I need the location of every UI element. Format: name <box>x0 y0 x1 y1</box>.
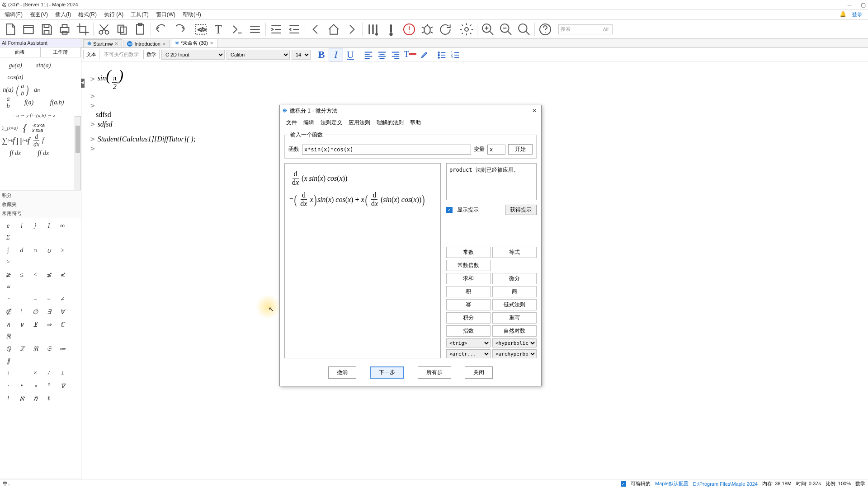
close-button[interactable]: 关闭 <box>465 366 493 379</box>
menu-help[interactable]: 帮助(H) <box>180 10 204 19</box>
size-select[interactable]: 14 <box>292 50 311 60</box>
exec-all-icon[interactable] <box>364 21 382 38</box>
sym[interactable]: • <box>15 380 28 391</box>
sym[interactable]: ≔ <box>56 343 69 354</box>
indent-icon[interactable] <box>268 21 285 38</box>
sym[interactable]: ℤ <box>15 343 28 354</box>
palette-item[interactable]: n(a) <box>2 84 14 95</box>
sym[interactable]: ∧ <box>2 319 14 330</box>
sym[interactable]: ℓ <box>42 393 55 404</box>
sym[interactable]: ≡ <box>42 294 55 305</box>
sym[interactable]: ∪ <box>42 245 55 256</box>
sym[interactable]: ℚ <box>2 343 14 354</box>
exec-icon[interactable] <box>382 21 400 38</box>
align-right-icon[interactable] <box>389 49 402 61</box>
align-center-icon[interactable] <box>376 49 388 61</box>
code-line[interactable]: Student[Calculus1][DiffTutor]( ); <box>98 135 196 143</box>
sym[interactable]: ℝ <box>2 331 14 342</box>
menu-execute[interactable]: 执行 (A) <box>101 10 126 19</box>
dlg-menu-understand[interactable]: 理解的法则 <box>374 118 406 127</box>
font-color-button[interactable]: T <box>404 49 416 61</box>
sym[interactable]: ± <box>56 368 69 379</box>
palette-item[interactable]: f(a) <box>15 97 42 108</box>
login-link[interactable]: 登录 <box>852 11 863 19</box>
rule-equation[interactable]: 等式 <box>492 247 537 258</box>
palette-item[interactable]: ga(a) <box>2 60 29 71</box>
sym[interactable]: \ <box>15 306 28 317</box>
number-list-icon[interactable]: 123 <box>449 49 462 61</box>
nav-forward-icon[interactable] <box>343 21 360 38</box>
sym[interactable]: j <box>29 221 42 231</box>
sym[interactable]: = <box>29 294 42 305</box>
sym[interactable]: ∞ <box>56 221 69 231</box>
menu-view[interactable]: 视图(V) <box>27 10 51 19</box>
open-file-icon[interactable] <box>20 21 37 38</box>
rule-quotient[interactable]: 商 <box>492 286 537 297</box>
notification-icon[interactable]: 🔔 <box>840 11 846 19</box>
sym[interactable]: ≮ <box>56 269 69 280</box>
palette-item[interactable]: (ab) <box>15 84 30 95</box>
dlg-menu-apply[interactable]: 应用法则 <box>346 118 373 127</box>
underline-button[interactable]: U <box>343 48 358 61</box>
maximize-button[interactable]: ▢ <box>860 2 866 8</box>
sym[interactable] <box>15 294 28 305</box>
sym[interactable]: ⊻ <box>29 319 42 330</box>
menu-edit[interactable]: 编辑(E) <box>2 10 25 19</box>
section-symbols[interactable]: 常用符号 <box>0 209 81 218</box>
sym[interactable]: ℜ <box>29 343 42 354</box>
palette-item[interactable]: f(a,b) <box>43 97 71 108</box>
palette-item[interactable]: sin(a) <box>30 60 57 71</box>
print-icon[interactable] <box>56 21 73 38</box>
debug-icon[interactable] <box>419 21 436 38</box>
palette-item[interactable]: = a → y f≔(a,b) → z <box>2 110 65 121</box>
trig-select[interactable]: <trig> <box>446 338 491 347</box>
text-line[interactable]: sdfsd <box>96 111 111 119</box>
palette-item[interactable]: ∑i=kf <box>2 135 15 146</box>
close-icon[interactable]: ✕ <box>162 42 166 47</box>
sym[interactable]: ∝ <box>2 281 14 292</box>
restart-icon[interactable] <box>437 21 454 38</box>
style-select[interactable]: C 2D Input <box>161 50 225 60</box>
start-button[interactable]: 开始 <box>508 144 533 155</box>
text-line[interactable]: sdfsd <box>98 120 113 128</box>
highlight-button[interactable] <box>418 49 431 61</box>
config-link[interactable]: Maple默认配置 <box>655 480 689 487</box>
sym[interactable]: ‖ <box>2 355 14 366</box>
sym[interactable]: ≰ <box>42 269 55 280</box>
dlg-menu-help[interactable]: 帮助 <box>407 118 424 127</box>
sym[interactable]: ∫ <box>2 245 14 256</box>
menu-format[interactable]: 格式(R) <box>75 10 99 19</box>
math-mode-button[interactable]: 数学 <box>143 50 160 59</box>
dialog-close-button[interactable]: ✕ <box>530 107 538 115</box>
sym[interactable]: / <box>42 368 55 379</box>
rule-rewrite[interactable]: 重写 <box>492 312 537 324</box>
text-mode-button[interactable]: 文本 <box>83 50 99 59</box>
menu-insert[interactable]: 插入(I) <box>52 10 74 19</box>
sym[interactable]: ∇ <box>56 380 69 391</box>
rule-product[interactable]: 积 <box>446 286 491 297</box>
sym[interactable]: ℂ <box>56 319 69 330</box>
sym[interactable]: ≠ <box>56 294 69 305</box>
code-block-icon[interactable]: </> <box>192 21 209 38</box>
dlg-menu-define[interactable]: 法则定义 <box>318 118 345 127</box>
panel-collapse-handle[interactable] <box>81 79 85 88</box>
sym[interactable]: i <box>15 221 28 231</box>
sym[interactable]: ℵ <box>15 393 28 404</box>
section-integral[interactable]: 积分 <box>0 191 81 200</box>
sym[interactable]: ℏ <box>29 393 42 404</box>
paste-icon[interactable] <box>132 21 149 38</box>
all-steps-button[interactable]: 所有步 <box>418 366 451 379</box>
sym[interactable]: e <box>2 221 14 231</box>
save-icon[interactable] <box>38 21 55 38</box>
sym[interactable]: ~ <box>2 294 14 305</box>
archyp-select[interactable]: <archyperbol... <box>492 349 537 358</box>
palette-item[interactable]: ∏i=kf <box>16 135 30 146</box>
path-link[interactable]: D:\Program Files\Maple 2024 <box>693 481 758 487</box>
sym[interactable]: ≥ <box>56 245 69 256</box>
next-step-button[interactable]: 下一步 <box>370 366 404 379</box>
sym[interactable]: d <box>15 245 28 256</box>
dlg-menu-file[interactable]: 文件 <box>283 118 300 127</box>
sym[interactable]: ≤ <box>15 269 28 280</box>
search-input[interactable]: 搜索 Alt- <box>558 24 613 34</box>
zoom-in-icon[interactable] <box>479 21 496 38</box>
